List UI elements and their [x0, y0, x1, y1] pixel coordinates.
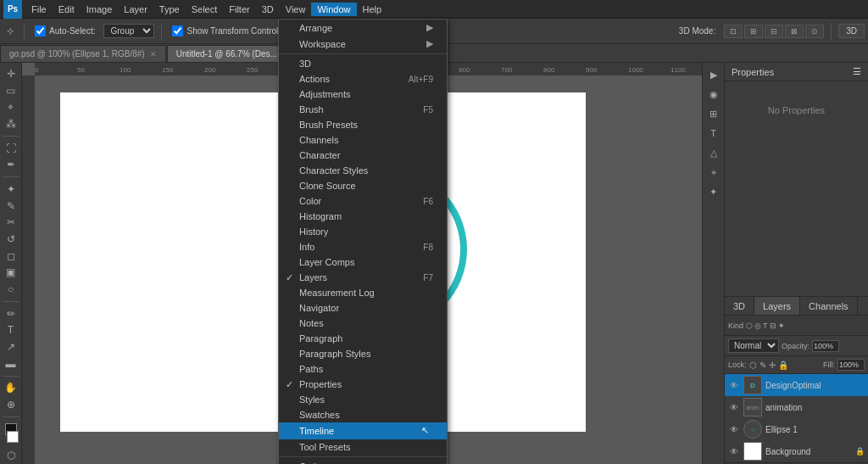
- menu-brush[interactable]: Brush F5: [279, 102, 447, 117]
- menu-tool-presets[interactable]: Tool Presets: [279, 439, 447, 455]
- properties-icon[interactable]: ▶: [705, 66, 722, 83]
- blend-mode-select[interactable]: Normal: [728, 338, 779, 353]
- menu-clone-source[interactable]: Clone Source: [279, 178, 447, 193]
- eye-icon-4[interactable]: 👁: [728, 445, 740, 457]
- layers-tab-channels[interactable]: Channels: [800, 297, 857, 315]
- eye-icon-2[interactable]: 👁: [728, 401, 740, 413]
- lock-all-icon[interactable]: 🔒: [778, 361, 788, 370]
- healing-tool[interactable]: ✦: [2, 182, 20, 197]
- menu-options[interactable]: Options: [279, 459, 447, 464]
- pen-tool[interactable]: ✏: [2, 306, 20, 321]
- menu-notes[interactable]: Notes: [279, 316, 447, 331]
- gradient-tool[interactable]: ▣: [2, 266, 20, 281]
- type-tool[interactable]: T: [2, 323, 20, 338]
- layer-row-ellipse[interactable]: 👁 ○ Ellipse 1: [725, 418, 868, 440]
- menu-layer-comps[interactable]: Layer Comps: [279, 254, 447, 270]
- quick-mask-tool[interactable]: ⬡: [2, 448, 20, 463]
- eye-icon-3[interactable]: 👁: [728, 423, 740, 435]
- tab-go-psd-close[interactable]: ✕: [150, 50, 157, 59]
- eyedropper-tool[interactable]: ✒: [2, 157, 20, 172]
- dodge-tool[interactable]: ○: [2, 282, 20, 297]
- 3d-btn-2[interactable]: ⊞: [744, 25, 763, 38]
- menu-type[interactable]: Type: [153, 3, 186, 16]
- lock-move-icon[interactable]: ✛: [769, 361, 776, 370]
- menu-brush-presets[interactable]: Brush Presets: [279, 117, 447, 132]
- show-transform-checkbox[interactable]: Show Transform Controls: [169, 24, 286, 38]
- fill-input[interactable]: [837, 359, 865, 371]
- menu-file[interactable]: File: [25, 3, 53, 16]
- menu-select[interactable]: Select: [186, 3, 224, 16]
- menu-measurement-log[interactable]: Measurement Log: [279, 285, 447, 300]
- type-icon-r[interactable]: T: [705, 125, 722, 142]
- menu-navigator[interactable]: Navigator: [279, 300, 447, 316]
- menu-actions[interactable]: Actions Alt+F9: [279, 71, 447, 87]
- menu-histogram[interactable]: Histogram: [279, 209, 447, 224]
- filter-icon-4[interactable]: ⊟: [770, 321, 776, 330]
- magic-wand-tool[interactable]: ⁂: [2, 116, 20, 131]
- path-select-tool[interactable]: ↗: [2, 339, 20, 355]
- clone-stamp-tool[interactable]: ✂: [2, 215, 20, 230]
- filter-icon-5[interactable]: ✦: [778, 321, 785, 330]
- layer-row-background[interactable]: 👁 Background 🔒: [725, 440, 868, 462]
- marquee-tool[interactable]: ▭: [2, 83, 20, 98]
- menu-paragraph[interactable]: Paragraph: [279, 331, 447, 346]
- filter-icon-2[interactable]: ◎: [754, 321, 761, 330]
- menu-filter[interactable]: Filter: [223, 3, 255, 16]
- pen-icon-r[interactable]: ⌖: [705, 164, 722, 181]
- 3d-btn-5[interactable]: ⊙: [805, 25, 824, 38]
- menu-edit[interactable]: Edit: [53, 3, 81, 16]
- auto-select-checkbox[interactable]: Auto-Select:: [31, 24, 98, 38]
- menu-image[interactable]: Image: [81, 3, 119, 16]
- tab-go-psd[interactable]: go.psd @ 100% (Ellipse 1, RGB/8#) ✕: [0, 45, 166, 62]
- menu-layer[interactable]: Layer: [118, 3, 153, 16]
- layers-tab-3d[interactable]: 3D: [725, 297, 754, 315]
- move-tool[interactable]: ✛: [2, 66, 20, 81]
- 3d-btn-1[interactable]: ⊡: [724, 25, 743, 38]
- lock-transparent-icon[interactable]: ⬡: [749, 361, 757, 370]
- filter-icon-3[interactable]: T: [763, 321, 768, 330]
- animate-icon[interactable]: ◉: [705, 86, 722, 103]
- hand-tool[interactable]: ✋: [2, 380, 20, 395]
- 3d-btn-3[interactable]: ⊟: [765, 25, 783, 38]
- menu-view[interactable]: View: [280, 3, 312, 16]
- background-color[interactable]: [7, 431, 19, 443]
- zoom-tool[interactable]: ⊕: [2, 397, 20, 412]
- filter-icon-1[interactable]: ⬡: [746, 321, 753, 330]
- lasso-tool[interactable]: ⌖: [2, 99, 20, 115]
- layer-row-animation[interactable]: 👁 anim animation: [725, 396, 868, 418]
- shape-icon-r[interactable]: △: [705, 144, 722, 161]
- menu-timeline[interactable]: Timeline ↖: [279, 422, 447, 439]
- 3d-btn-4[interactable]: ⊠: [785, 25, 804, 38]
- menu-3d[interactable]: 3D: [256, 3, 280, 16]
- shape-tool[interactable]: ▬: [2, 356, 20, 372]
- tool-select-icon[interactable]: ⊹: [3, 25, 17, 37]
- history-brush-tool[interactable]: ↺: [2, 232, 20, 247]
- eye-icon-1[interactable]: 👁: [728, 379, 740, 391]
- menu-layers[interactable]: Layers F7: [279, 270, 447, 285]
- crop-tool[interactable]: ⛶: [2, 141, 20, 156]
- menu-character-styles[interactable]: Character Styles: [279, 163, 447, 178]
- menu-swatches[interactable]: Swatches: [279, 407, 447, 422]
- menu-paragraph-styles[interactable]: Paragraph Styles: [279, 346, 447, 361]
- opacity-input[interactable]: [812, 340, 839, 352]
- menu-history[interactable]: History: [279, 224, 447, 239]
- menu-character[interactable]: Character: [279, 148, 447, 163]
- menu-adjustments[interactable]: Adjustments: [279, 87, 447, 102]
- menu-properties[interactable]: Properties: [279, 377, 447, 392]
- lock-image-icon[interactable]: ✎: [760, 361, 766, 370]
- menu-channels[interactable]: Channels: [279, 132, 447, 148]
- eraser-tool[interactable]: ◻: [2, 249, 20, 264]
- grid-icon[interactable]: ⊞: [705, 105, 722, 122]
- menu-workspace[interactable]: Workspace ▶: [279, 36, 447, 52]
- properties-menu-icon[interactable]: ☰: [853, 66, 861, 77]
- menu-help[interactable]: Help: [357, 3, 388, 16]
- auto-select-dropdown[interactable]: Group: [103, 24, 154, 38]
- menu-window[interactable]: Window: [311, 3, 356, 16]
- brush-tool[interactable]: ✎: [2, 198, 20, 214]
- menu-styles[interactable]: Styles: [279, 392, 447, 407]
- menu-paths[interactable]: Paths: [279, 361, 447, 377]
- layer-row-designoptimal[interactable]: 👁 D DesignOptimal: [725, 374, 868, 396]
- menu-color[interactable]: Color F6: [279, 193, 447, 209]
- menu-3d[interactable]: 3D: [279, 56, 447, 71]
- menu-info[interactable]: Info F8: [279, 239, 447, 254]
